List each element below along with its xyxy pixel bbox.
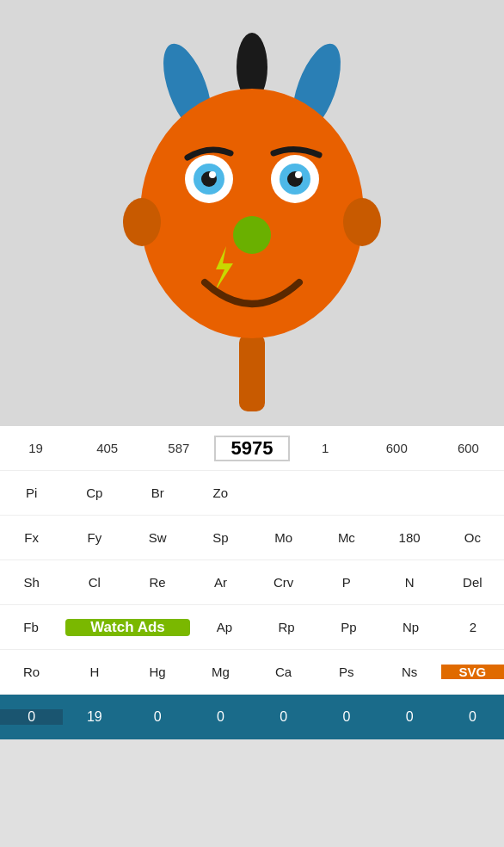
- label-zo[interactable]: Zo: [189, 485, 252, 500]
- label-re[interactable]: Re: [126, 575, 189, 590]
- num-cell-4: 1: [290, 441, 361, 455]
- label-sw[interactable]: Sw: [126, 530, 189, 545]
- count-7: 0: [441, 709, 504, 725]
- count-4: 0: [252, 709, 315, 725]
- count-3: 0: [189, 709, 252, 725]
- svg-rect-0: [239, 334, 265, 411]
- label-sp[interactable]: Sp: [189, 530, 252, 545]
- label-sh[interactable]: Sh: [0, 575, 63, 590]
- count-5: 0: [315, 709, 378, 725]
- character-svg: [106, 15, 398, 411]
- svg-point-13: [209, 171, 216, 178]
- counts-row: 0 19 0 0 0 0 0 0: [0, 695, 504, 739]
- num-cell-5: 600: [361, 441, 433, 455]
- svg-button[interactable]: SVG: [441, 665, 504, 679]
- label-br[interactable]: Br: [126, 485, 189, 500]
- label-fx[interactable]: Fx: [0, 530, 63, 545]
- label-row-3: Sh Cl Re Ar Crv P N Del: [0, 560, 504, 605]
- label-crv[interactable]: Crv: [252, 575, 315, 590]
- count-1: 19: [63, 709, 126, 725]
- label-mo[interactable]: Mo: [252, 530, 315, 545]
- label-cp[interactable]: Cp: [63, 485, 126, 500]
- label-row-5: Ro H Hg Mg Ca Ps Ns SVG: [0, 650, 504, 695]
- count-6: 0: [378, 709, 441, 725]
- character-area: [0, 0, 504, 426]
- watch-ads-button[interactable]: Watch Ads: [65, 619, 190, 636]
- label-p[interactable]: P: [315, 575, 378, 590]
- label-pi[interactable]: Pi: [0, 485, 63, 500]
- label-np[interactable]: Np: [380, 620, 442, 634]
- num-cell-6: 600: [433, 441, 504, 455]
- label-2[interactable]: 2: [442, 620, 504, 634]
- label-180[interactable]: 180: [378, 530, 441, 545]
- label-rp[interactable]: Rp: [255, 620, 317, 634]
- svg-point-6: [343, 198, 381, 246]
- label-ps[interactable]: Ps: [315, 665, 378, 679]
- label-fy[interactable]: Fy: [63, 530, 126, 545]
- label-hg[interactable]: Hg: [126, 665, 189, 679]
- label-row-2: Fx Fy Sw Sp Mo Mc 180 Oc: [0, 516, 504, 560]
- svg-point-15: [233, 216, 271, 254]
- label-n[interactable]: N: [378, 575, 441, 590]
- label-ca[interactable]: Ca: [252, 665, 315, 679]
- label-row-4: Fb Watch Ads Ap Rp Pp Np 2: [0, 605, 504, 650]
- label-oc[interactable]: Oc: [441, 530, 504, 545]
- num-cell-0: 19: [0, 441, 71, 455]
- label-ar[interactable]: Ar: [189, 575, 252, 590]
- label-cl[interactable]: Cl: [63, 575, 126, 590]
- label-row-1: Pi Cp Br Zo: [0, 471, 504, 516]
- count-2: 0: [126, 709, 189, 725]
- label-h[interactable]: H: [63, 665, 126, 679]
- count-0: 0: [0, 709, 63, 725]
- svg-point-14: [295, 171, 302, 178]
- num-cell-3-highlight: 5975: [214, 436, 289, 461]
- label-ro[interactable]: Ro: [0, 665, 63, 679]
- label-fb[interactable]: Fb: [0, 620, 62, 634]
- numbers-row: 19 405 587 5975 1 600 600: [0, 426, 504, 471]
- grid-area: 19 405 587 5975 1 600 600 Pi Cp Br Zo Fx…: [0, 426, 504, 739]
- num-cell-1: 405: [71, 441, 143, 455]
- label-ns[interactable]: Ns: [378, 665, 441, 679]
- label-mg[interactable]: Mg: [189, 665, 252, 679]
- label-ap[interactable]: Ap: [194, 620, 255, 634]
- label-mc[interactable]: Mc: [315, 530, 378, 545]
- label-pp[interactable]: Pp: [317, 620, 379, 634]
- num-cell-2: 587: [143, 441, 214, 455]
- svg-point-5: [123, 198, 161, 246]
- label-del[interactable]: Del: [441, 575, 504, 590]
